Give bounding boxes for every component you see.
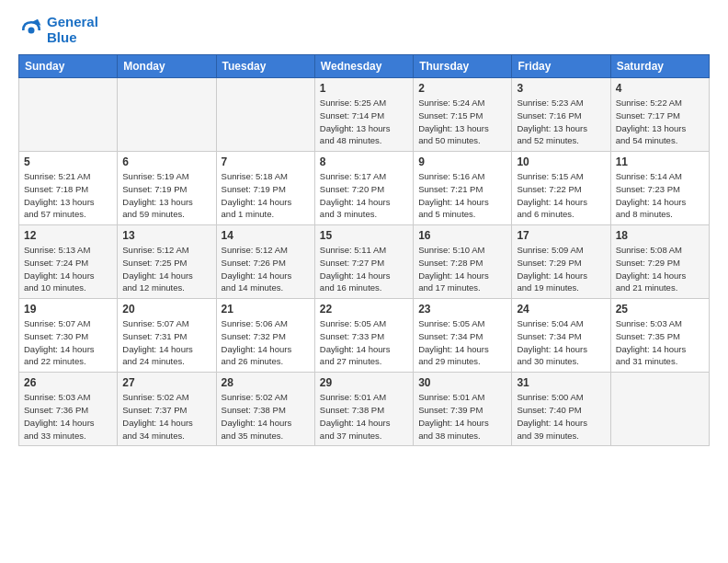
- calendar-day-cell: 11Sunrise: 5:14 AM Sunset: 7:23 PM Dayli…: [610, 152, 709, 225]
- calendar-day-cell: 19Sunrise: 5:07 AM Sunset: 7:30 PM Dayli…: [19, 299, 118, 373]
- calendar-day-cell: 13Sunrise: 5:12 AM Sunset: 7:25 PM Dayli…: [118, 225, 216, 299]
- day-info: Sunrise: 5:15 AM Sunset: 7:22 PM Dayligh…: [517, 170, 605, 221]
- day-info: Sunrise: 5:25 AM Sunset: 7:14 PM Dayligh…: [320, 97, 408, 147]
- day-info: Sunrise: 5:04 AM Sunset: 7:34 PM Dayligh…: [517, 317, 605, 368]
- day-info: Sunrise: 5:02 AM Sunset: 7:37 PM Dayligh…: [122, 391, 210, 442]
- calendar-day-header: Saturday: [610, 55, 709, 78]
- calendar-day-cell: 24Sunrise: 5:04 AM Sunset: 7:34 PM Dayli…: [512, 299, 610, 373]
- day-number: 2: [418, 82, 506, 95]
- calendar-empty-cell: [610, 373, 709, 446]
- day-number: 24: [517, 303, 605, 316]
- calendar-empty-cell: [118, 78, 216, 152]
- day-info: Sunrise: 5:01 AM Sunset: 7:39 PM Dayligh…: [418, 391, 506, 442]
- calendar-day-cell: 29Sunrise: 5:01 AM Sunset: 7:38 PM Dayli…: [314, 373, 413, 446]
- calendar-day-header: Thursday: [414, 55, 512, 78]
- calendar-day-header: Monday: [118, 55, 216, 78]
- calendar-day-cell: 1Sunrise: 5:25 AM Sunset: 7:14 PM Daylig…: [314, 78, 413, 152]
- calendar-day-cell: 27Sunrise: 5:02 AM Sunset: 7:37 PM Dayli…: [118, 373, 216, 446]
- calendar-day-header: Friday: [512, 55, 610, 78]
- day-number: 25: [616, 303, 704, 316]
- day-info: Sunrise: 5:10 AM Sunset: 7:28 PM Dayligh…: [418, 244, 506, 294]
- day-number: 27: [122, 376, 210, 389]
- calendar-header-row: SundayMondayTuesdayWednesdayThursdayFrid…: [19, 55, 710, 78]
- calendar-day-cell: 12Sunrise: 5:13 AM Sunset: 7:24 PM Dayli…: [19, 225, 118, 299]
- day-info: Sunrise: 5:05 AM Sunset: 7:33 PM Dayligh…: [320, 317, 408, 368]
- day-number: 12: [24, 229, 112, 242]
- svg-point-1: [28, 27, 35, 33]
- day-info: Sunrise: 5:17 AM Sunset: 7:20 PM Dayligh…: [320, 170, 408, 221]
- calendar-day-cell: 22Sunrise: 5:05 AM Sunset: 7:33 PM Dayli…: [314, 299, 413, 373]
- day-number: 20: [122, 303, 210, 316]
- day-info: Sunrise: 5:08 AM Sunset: 7:29 PM Dayligh…: [616, 244, 704, 294]
- day-info: Sunrise: 5:12 AM Sunset: 7:25 PM Dayligh…: [122, 244, 210, 294]
- calendar-day-cell: 28Sunrise: 5:02 AM Sunset: 7:38 PM Dayli…: [216, 373, 314, 446]
- day-number: 3: [517, 82, 605, 95]
- calendar-day-cell: 5Sunrise: 5:21 AM Sunset: 7:18 PM Daylig…: [19, 152, 118, 225]
- day-info: Sunrise: 5:21 AM Sunset: 7:18 PM Dayligh…: [24, 170, 112, 221]
- calendar-day-cell: 7Sunrise: 5:18 AM Sunset: 7:19 PM Daylig…: [216, 152, 314, 225]
- day-info: Sunrise: 5:09 AM Sunset: 7:29 PM Dayligh…: [517, 244, 605, 294]
- calendar-week-row: 5Sunrise: 5:21 AM Sunset: 7:18 PM Daylig…: [19, 152, 710, 225]
- header: General Blue: [18, 15, 710, 45]
- day-info: Sunrise: 5:12 AM Sunset: 7:26 PM Dayligh…: [222, 244, 310, 294]
- logo-icon: [18, 17, 44, 43]
- day-number: 21: [222, 303, 310, 316]
- day-info: Sunrise: 5:24 AM Sunset: 7:15 PM Dayligh…: [418, 97, 506, 147]
- calendar-day-cell: 23Sunrise: 5:05 AM Sunset: 7:34 PM Dayli…: [414, 299, 512, 373]
- calendar-day-cell: 17Sunrise: 5:09 AM Sunset: 7:29 PM Dayli…: [512, 225, 610, 299]
- calendar-day-cell: 15Sunrise: 5:11 AM Sunset: 7:27 PM Dayli…: [314, 225, 413, 299]
- day-number: 18: [616, 229, 704, 242]
- day-info: Sunrise: 5:11 AM Sunset: 7:27 PM Dayligh…: [320, 244, 408, 294]
- logo: General Blue: [18, 15, 98, 45]
- day-number: 14: [222, 229, 310, 242]
- day-number: 23: [418, 303, 506, 316]
- day-number: 26: [24, 376, 112, 389]
- day-number: 5: [24, 155, 112, 168]
- calendar-day-cell: 30Sunrise: 5:01 AM Sunset: 7:39 PM Dayli…: [414, 373, 512, 446]
- day-info: Sunrise: 5:13 AM Sunset: 7:24 PM Dayligh…: [24, 244, 112, 294]
- day-number: 13: [122, 229, 210, 242]
- calendar-day-header: Tuesday: [216, 55, 314, 78]
- day-info: Sunrise: 5:06 AM Sunset: 7:32 PM Dayligh…: [222, 317, 310, 368]
- calendar-day-cell: 9Sunrise: 5:16 AM Sunset: 7:21 PM Daylig…: [414, 152, 512, 225]
- day-number: 11: [616, 155, 704, 168]
- day-number: 9: [418, 155, 506, 168]
- day-number: 31: [517, 376, 605, 389]
- calendar-empty-cell: [19, 78, 118, 152]
- calendar-week-row: 26Sunrise: 5:03 AM Sunset: 7:36 PM Dayli…: [19, 373, 710, 446]
- day-info: Sunrise: 5:23 AM Sunset: 7:16 PM Dayligh…: [517, 97, 605, 147]
- logo-text: General Blue: [47, 15, 98, 45]
- day-info: Sunrise: 5:03 AM Sunset: 7:36 PM Dayligh…: [24, 391, 112, 442]
- calendar-day-cell: 4Sunrise: 5:22 AM Sunset: 7:17 PM Daylig…: [610, 78, 709, 152]
- day-info: Sunrise: 5:07 AM Sunset: 7:30 PM Dayligh…: [24, 317, 112, 368]
- calendar-table: SundayMondayTuesdayWednesdayThursdayFrid…: [18, 54, 710, 446]
- calendar-day-header: Wednesday: [314, 55, 413, 78]
- calendar-day-cell: 2Sunrise: 5:24 AM Sunset: 7:15 PM Daylig…: [414, 78, 512, 152]
- day-info: Sunrise: 5:07 AM Sunset: 7:31 PM Dayligh…: [122, 317, 210, 368]
- day-info: Sunrise: 5:02 AM Sunset: 7:38 PM Dayligh…: [222, 391, 310, 442]
- day-number: 30: [418, 376, 506, 389]
- day-number: 15: [320, 229, 408, 242]
- day-number: 28: [222, 376, 310, 389]
- day-number: 1: [320, 82, 408, 95]
- day-info: Sunrise: 5:00 AM Sunset: 7:40 PM Dayligh…: [517, 391, 605, 442]
- day-number: 6: [122, 155, 210, 168]
- day-info: Sunrise: 5:19 AM Sunset: 7:19 PM Dayligh…: [122, 170, 210, 221]
- calendar-day-cell: 18Sunrise: 5:08 AM Sunset: 7:29 PM Dayli…: [610, 225, 709, 299]
- calendar-week-row: 12Sunrise: 5:13 AM Sunset: 7:24 PM Dayli…: [19, 225, 710, 299]
- day-number: 29: [320, 376, 408, 389]
- calendar-day-cell: 3Sunrise: 5:23 AM Sunset: 7:16 PM Daylig…: [512, 78, 610, 152]
- day-number: 4: [616, 82, 704, 95]
- day-number: 10: [517, 155, 605, 168]
- day-number: 17: [517, 229, 605, 242]
- calendar-day-cell: 14Sunrise: 5:12 AM Sunset: 7:26 PM Dayli…: [216, 225, 314, 299]
- calendar-day-cell: 8Sunrise: 5:17 AM Sunset: 7:20 PM Daylig…: [314, 152, 413, 225]
- calendar-day-cell: 21Sunrise: 5:06 AM Sunset: 7:32 PM Dayli…: [216, 299, 314, 373]
- day-number: 8: [320, 155, 408, 168]
- day-info: Sunrise: 5:05 AM Sunset: 7:34 PM Dayligh…: [418, 317, 506, 368]
- day-info: Sunrise: 5:01 AM Sunset: 7:38 PM Dayligh…: [320, 391, 408, 442]
- day-info: Sunrise: 5:18 AM Sunset: 7:19 PM Dayligh…: [222, 170, 310, 221]
- day-info: Sunrise: 5:22 AM Sunset: 7:17 PM Dayligh…: [616, 97, 704, 147]
- day-number: 22: [320, 303, 408, 316]
- calendar-day-cell: 20Sunrise: 5:07 AM Sunset: 7:31 PM Dayli…: [118, 299, 216, 373]
